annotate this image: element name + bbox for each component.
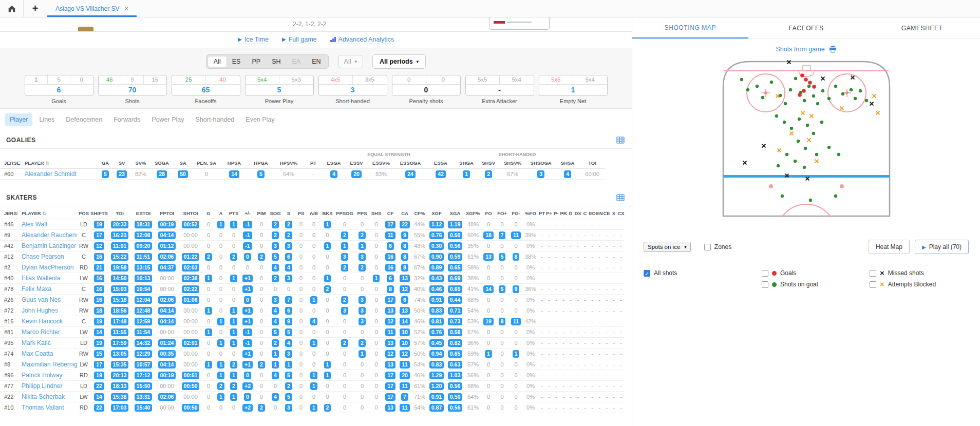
shot-on-goal-marker[interactable] [808, 199, 812, 202]
player-link[interactable]: Thomas Vallant [22, 404, 64, 411]
player-link[interactable]: Dylan MacPherson [22, 264, 73, 271]
shot-on-goal-marker[interactable] [853, 97, 856, 100]
shot-on-goal-marker[interactable] [834, 85, 837, 88]
shot-on-goal-marker[interactable] [785, 153, 788, 156]
link-ice-time[interactable]: ▶Ice Time [238, 36, 269, 44]
shot-on-goal-marker[interactable] [821, 89, 824, 92]
strength-option-sh[interactable]: SH [266, 56, 286, 67]
attempts-blocked-checkbox[interactable] [870, 281, 876, 288]
player-link[interactable]: Kevin Hancock [22, 318, 63, 325]
shot-on-goal-marker[interactable] [827, 146, 830, 149]
shot-on-goal-marker[interactable] [841, 92, 844, 95]
shot-on-goal-marker[interactable] [740, 78, 743, 81]
tab-short-handed[interactable]: Short-handed [191, 113, 239, 126]
player-link[interactable]: Maximilian Rebernig [22, 361, 77, 368]
goal-marker[interactable] [798, 93, 802, 97]
shot-on-goal-marker[interactable] [864, 99, 868, 102]
player-link[interactable]: Nikita Scherbak [22, 393, 65, 400]
player-link[interactable]: Alexander Rauchenwald [22, 231, 77, 239]
shot-on-goal-marker[interactable] [797, 118, 800, 121]
spots-select[interactable]: Spots on ice ▾ [644, 242, 691, 252]
shot-on-goal-marker[interactable] [746, 88, 749, 91]
shot-on-goal-marker[interactable] [803, 147, 806, 150]
strength-option-pp[interactable]: PP [246, 56, 266, 67]
table-export-icon[interactable] [616, 194, 625, 201]
shot-on-goal-marker[interactable] [783, 102, 786, 105]
shot-on-goal-marker[interactable] [815, 153, 818, 156]
shot-on-goal-marker[interactable] [812, 132, 815, 135]
player-link[interactable]: Alexander Schmidt [25, 170, 77, 178]
shot-on-goal-marker[interactable] [802, 99, 805, 102]
tab-even-play[interactable]: Even Play [241, 113, 279, 126]
strength-option-ea[interactable]: EA [287, 56, 307, 67]
shots-on-goal-checkbox[interactable] [762, 281, 768, 288]
shot-on-goal-marker[interactable] [837, 153, 840, 156]
player-link[interactable]: Chase Pearson [22, 253, 64, 260]
shot-on-goal-marker[interactable] [769, 81, 772, 84]
heat-map-button[interactable]: Heat Map [869, 240, 910, 254]
link-advanced-analytics[interactable]: Advanced Analytics [330, 36, 394, 44]
shot-on-goal-marker[interactable] [812, 94, 815, 98]
missed-shots-checkbox[interactable] [870, 270, 876, 277]
player-link[interactable]: Mark Katic [22, 339, 51, 346]
link-full-game[interactable]: ▶Full game [282, 36, 317, 44]
shot-on-goal-marker[interactable] [776, 164, 779, 167]
shot-on-goal-marker[interactable] [789, 127, 793, 130]
tab-shooting-map[interactable]: SHOOTING MAP [632, 17, 748, 38]
tab-player[interactable]: Player [5, 113, 32, 126]
player-link[interactable]: Alex Wall [22, 221, 47, 228]
goal-marker[interactable] [812, 85, 816, 89]
shot-on-goal-marker[interactable] [775, 114, 778, 118]
period-filter-dropdown[interactable]: All periods ▾ [372, 54, 426, 69]
strength-option-es[interactable]: ES [227, 56, 247, 67]
tab-forwards[interactable]: Forwards [109, 113, 145, 126]
player-link[interactable]: Elias Wallenta [22, 275, 61, 282]
tab-game[interactable]: Asiago VS Villacher SV × [47, 0, 137, 17]
tab-power-play[interactable]: Power Play [147, 113, 189, 126]
all-shots-checkbox[interactable]: ✓ [644, 270, 650, 277]
shot-on-goal-marker[interactable] [796, 140, 799, 143]
player-link[interactable]: John Hughes [22, 307, 58, 314]
play-all-button[interactable]: ▶ Play all (70) [915, 240, 969, 254]
shot-on-goal-marker[interactable] [849, 88, 852, 91]
shot-on-goal-marker[interactable] [858, 89, 861, 92]
shot-on-goal-marker[interactable] [788, 88, 791, 91]
goal-marker[interactable] [808, 81, 812, 85]
tab-gamesheet[interactable]: GAMESHEET [864, 17, 980, 38]
player-link[interactable]: Marco Richter [22, 328, 60, 336]
shot-on-goal-marker[interactable] [805, 124, 808, 127]
shot-on-goal-marker[interactable] [827, 97, 830, 100]
shot-on-goal-marker[interactable] [816, 102, 819, 105]
shot-on-goal-marker[interactable] [793, 160, 796, 163]
sort-icon[interactable]: ⇅ [41, 211, 46, 216]
shot-on-goal-marker[interactable] [755, 85, 758, 88]
player-link[interactable]: Philipp Lindner [22, 382, 62, 390]
player-link[interactable]: Max Coatta [22, 350, 53, 357]
shot-on-goal-marker[interactable] [807, 85, 810, 88]
table-export-icon[interactable] [616, 137, 625, 144]
team-filter-dropdown[interactable]: All ▾ [338, 55, 363, 68]
shot-on-goal-marker[interactable] [780, 195, 783, 198]
goal-marker[interactable] [802, 89, 806, 93]
player-link[interactable]: Guus van Nes [22, 296, 61, 303]
shot-on-goal-marker[interactable] [761, 96, 764, 99]
player-link[interactable]: Felix Maxa [22, 285, 51, 293]
tab-defencemen[interactable]: Defencemen [61, 113, 107, 126]
strength-option-all[interactable]: All [208, 56, 227, 67]
close-icon[interactable]: × [125, 5, 129, 12]
tab-faceoffs[interactable]: FACEOFFS [748, 17, 864, 38]
zones-checkbox[interactable] [704, 244, 711, 250]
goal-marker[interactable] [800, 73, 804, 78]
goal-marker[interactable] [804, 78, 808, 82]
home-button[interactable] [0, 0, 24, 17]
shot-on-goal-marker[interactable] [834, 195, 837, 198]
shot-on-goal-marker[interactable] [820, 121, 823, 124]
shot-on-goal-marker[interactable] [782, 121, 785, 124]
shot-on-goal-marker[interactable] [794, 77, 797, 80]
player-link[interactable]: Benjamin Lanzinger [22, 242, 76, 249]
shot-on-goal-marker[interactable] [802, 166, 805, 169]
print-icon[interactable] [829, 46, 837, 53]
strength-option-en[interactable]: EN [306, 56, 326, 67]
player-link[interactable]: Patrick Holway [22, 372, 62, 379]
sort-icon[interactable]: ⇅ [44, 161, 49, 166]
